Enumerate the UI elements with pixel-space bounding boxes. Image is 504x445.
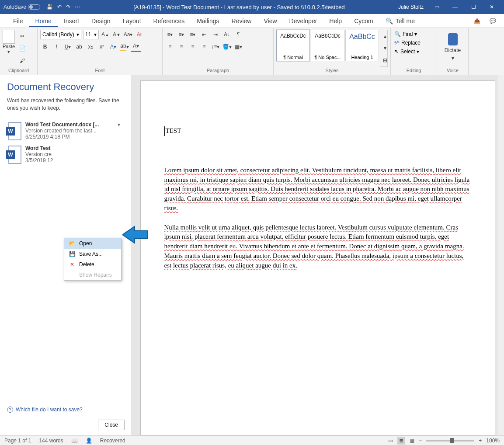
autosave-toggle[interactable]: AutoSave (3, 4, 40, 10)
strikethrough-button[interactable]: ab (74, 42, 84, 52)
menu-save-as[interactable]: 💾 Save As... (64, 249, 121, 259)
cut-icon[interactable]: ✂ (17, 31, 27, 41)
tab-cycom[interactable]: Cycom (348, 15, 379, 27)
maximize-icon[interactable]: ☐ (465, 1, 482, 13)
document-page[interactable]: TEST Lorem ipsum dolor sit amet, consect… (140, 80, 495, 435)
tab-review[interactable]: Review (226, 15, 258, 27)
save-icon[interactable]: 💾 (46, 4, 53, 10)
increase-indent-icon[interactable]: ⇥ (211, 30, 220, 39)
save-icon: 💾 (69, 251, 76, 257)
tab-design[interactable]: Design (85, 15, 117, 27)
tab-help[interactable]: Help (323, 15, 348, 27)
menu-open[interactable]: 📂 Open (64, 238, 121, 249)
web-layout-icon[interactable]: ▦ (410, 438, 414, 444)
accessibility-icon[interactable]: 👤 (86, 438, 92, 444)
close-window-icon[interactable]: ✕ (483, 1, 501, 13)
delete-icon: ✕ (69, 261, 76, 268)
borders-icon[interactable]: ▦▾ (233, 42, 243, 52)
tab-layout[interactable]: Layout (117, 15, 147, 27)
undo-icon[interactable]: ↶ (57, 4, 62, 10)
decrease-indent-icon[interactable]: ⇤ (199, 30, 209, 39)
style-heading1[interactable]: AaBbCc Heading 1 (345, 30, 379, 61)
superscript-button[interactable]: x² (97, 42, 107, 52)
callout-arrow-icon (122, 224, 149, 246)
align-left-icon[interactable]: ≡ (165, 42, 175, 52)
recovery-item[interactable]: W Word Test Document.docx [... Version c… (4, 119, 126, 143)
shading-icon[interactable]: 🪣▾ (222, 42, 232, 52)
align-right-icon[interactable]: ≡ (188, 42, 198, 52)
share-icon[interactable]: 📤 (471, 16, 483, 26)
select-button[interactable]: ↖Select ▾ (393, 47, 434, 56)
numbering-icon[interactable]: ≡▾ (177, 30, 186, 39)
dictate-button[interactable]: Dictate ▾ (440, 30, 466, 61)
highlight-icon[interactable]: ab▾ (120, 42, 129, 52)
menu-delete[interactable]: ✕ Delete (64, 259, 121, 270)
user-name[interactable]: Julie Stoltz (398, 4, 424, 10)
status-bar: Page 1 of 1 144 words 📖 👤 Recovered ▭ ≣ … (0, 435, 504, 445)
page-indicator[interactable]: Page 1 of 1 (4, 438, 31, 444)
vertical-scrollbar[interactable] (497, 75, 504, 435)
line-spacing-icon[interactable]: ↕≡▾ (211, 42, 220, 52)
justify-icon[interactable]: ≡ (199, 42, 209, 52)
group-editing: 🔍Find ▾ ᵃ⁄ᵇReplace ↖Select ▾ Editing (391, 28, 437, 75)
word-count[interactable]: 144 words (39, 438, 63, 444)
svg-text:W: W (8, 152, 13, 158)
change-case-icon[interactable]: Aa▾ (123, 30, 133, 39)
tab-home[interactable]: Home (29, 15, 58, 27)
styles-down-icon[interactable]: ▾ (380, 43, 390, 53)
tab-references[interactable]: References (147, 15, 191, 27)
spellcheck-icon[interactable]: 📖 (71, 438, 78, 444)
format-painter-icon[interactable]: 🖌 (17, 56, 27, 66)
recovery-item[interactable]: W Word Test Version cre 3/5/2019 12 (4, 143, 126, 166)
font-size-combo[interactable]: 11▾ (83, 30, 99, 39)
paste-button[interactable]: Paste ▾ (3, 30, 15, 67)
text-effects-icon[interactable]: A▾ (108, 42, 118, 52)
style-normal[interactable]: AaBbCcDc ¶ Normal (276, 30, 310, 61)
read-mode-icon[interactable]: ▭ (388, 438, 393, 444)
zoom-level[interactable]: 100% (486, 438, 500, 444)
font-color-icon[interactable]: A▾ (131, 42, 141, 52)
minimize-icon[interactable]: — (446, 1, 464, 13)
italic-button[interactable]: I (52, 42, 61, 52)
ribbon-display-icon[interactable]: ▭ (428, 1, 445, 13)
styles-up-icon[interactable]: ▴ (380, 31, 390, 41)
style-no-spacing[interactable]: AaBbCcDc ¶ No Spac... (311, 30, 344, 61)
qat-more-icon[interactable]: ⋯ (75, 4, 80, 10)
tab-file[interactable]: File (7, 15, 29, 27)
subscript-button[interactable]: x₂ (86, 42, 95, 52)
zoom-out-icon[interactable]: − (419, 438, 422, 444)
underline-button[interactable]: U▾ (63, 42, 73, 52)
word-doc-icon: W (6, 145, 22, 163)
grow-font-icon[interactable]: A▲ (101, 30, 110, 39)
recovery-close-button[interactable]: Close (98, 420, 125, 430)
comments-icon[interactable]: 💬 (487, 16, 499, 26)
copy-icon[interactable]: 📄 (17, 44, 27, 53)
sort-icon[interactable]: A↓ (222, 30, 232, 39)
styles-more-icon[interactable]: ⊟ (380, 56, 390, 65)
recovery-item-dropdown[interactable]: ▾ (118, 122, 125, 140)
tab-insert[interactable]: Insert (58, 15, 85, 27)
group-font: Calibri (Body)▾ 11▾ A▲ A▼ Aa▾ A⃠ B I U▾ … (38, 28, 163, 75)
replace-button[interactable]: ᵃ⁄ᵇReplace (393, 38, 434, 47)
find-button[interactable]: 🔍Find ▾ (393, 30, 434, 38)
font-name-combo[interactable]: Calibri (Body)▾ (40, 30, 81, 39)
show-marks-icon[interactable]: ¶ (233, 30, 243, 39)
bullets-icon[interactable]: ≡▾ (165, 30, 175, 39)
which-file-link[interactable]: ? Which file do I want to save? (7, 407, 83, 413)
group-styles: AaBbCcDc ¶ Normal AaBbCcDc ¶ No Spac... … (274, 28, 391, 75)
tab-mailings[interactable]: Mailings (191, 15, 225, 27)
align-center-icon[interactable]: ≡ (177, 42, 186, 52)
document-area[interactable]: TEST Lorem ipsum dolor sit amet, consect… (131, 75, 504, 435)
print-layout-icon[interactable]: ≣ (397, 437, 405, 445)
clear-formatting-icon[interactable]: A⃠ (135, 30, 144, 39)
recovery-title: Document Recovery (0, 75, 131, 97)
redo-icon[interactable]: ↷ (66, 4, 70, 10)
tab-view[interactable]: View (257, 15, 283, 27)
multilevel-list-icon[interactable]: ≡▾ (188, 30, 198, 39)
zoom-slider[interactable] (426, 440, 474, 442)
shrink-font-icon[interactable]: A▼ (112, 30, 122, 39)
bold-button[interactable]: B (40, 42, 50, 52)
tab-developer[interactable]: Developer (283, 15, 323, 27)
tell-me-search[interactable]: 🔍 Tell me (379, 15, 421, 27)
zoom-in-icon[interactable]: + (479, 438, 482, 444)
